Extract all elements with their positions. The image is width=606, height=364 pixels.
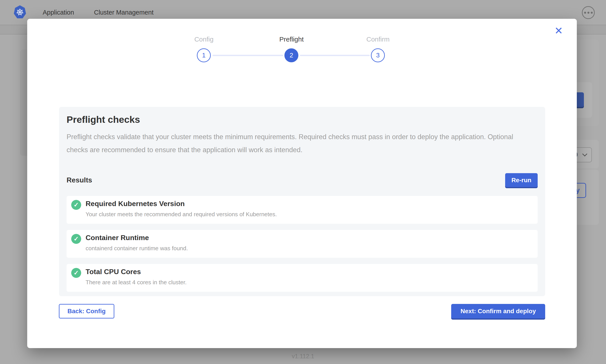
preflight-modal: ✕ Config Preflight Confirm 1 2 3 Preflig… <box>27 19 577 348</box>
check-pass-icon: ✓ <box>71 200 81 210</box>
check-message: containerd container runtime was found. <box>86 245 188 252</box>
check-message: Your cluster meets the recommended and r… <box>86 210 277 218</box>
stepper-circle-2[interactable]: 2 <box>284 48 298 62</box>
app-version-label: v1.112.1 <box>0 353 606 360</box>
check-list: ✓ Required Kubernetes Version Your clust… <box>67 196 538 292</box>
check-row: ✓ Required Kubernetes Version Your clust… <box>67 196 538 224</box>
stepper-circle-1[interactable]: 1 <box>197 48 211 62</box>
results-row: Results Re-run <box>67 173 538 187</box>
stepper-label-confirm: Confirm <box>345 36 411 43</box>
check-title: Container Runtime <box>86 233 188 242</box>
chevron-down-icon <box>582 152 587 156</box>
next-confirm-deploy-button[interactable]: Next: Confirm and deploy <box>451 304 545 318</box>
stepper-circle-3[interactable]: 3 <box>371 48 385 62</box>
check-row: ✓ Total CPU Cores There are at least 4 c… <box>67 264 538 292</box>
stepper-label-config: Config <box>171 36 237 43</box>
overflow-menu-icon[interactable] <box>582 6 595 19</box>
stepper-label-preflight: Preflight <box>258 36 325 43</box>
check-title: Required Kubernetes Version <box>86 199 277 208</box>
stepper-connector-1 <box>213 55 283 56</box>
stepper-connector-2 <box>300 55 370 56</box>
close-icon[interactable]: ✕ <box>553 25 565 37</box>
preflight-card: Preflight checks Preflight checks valida… <box>59 107 545 296</box>
modal-footer: Back: Config Next: Confirm and deploy <box>59 304 545 318</box>
check-pass-icon: ✓ <box>71 268 81 278</box>
check-message: There are at least 4 cores in the cluste… <box>86 279 187 286</box>
check-pass-icon: ✓ <box>71 234 81 244</box>
back-config-button[interactable]: Back: Config <box>59 304 114 318</box>
rerun-button[interactable]: Re-run <box>505 173 538 187</box>
kubernetes-logo-icon <box>14 5 26 19</box>
check-title: Total CPU Cores <box>86 267 187 276</box>
results-heading: Results <box>67 176 92 184</box>
page-title: Preflight checks <box>67 114 538 125</box>
check-row: ✓ Container Runtime containerd container… <box>67 230 538 258</box>
preflight-description: Preflight checks validate that your clus… <box>67 130 531 156</box>
helm-wheel-icon <box>15 8 24 17</box>
